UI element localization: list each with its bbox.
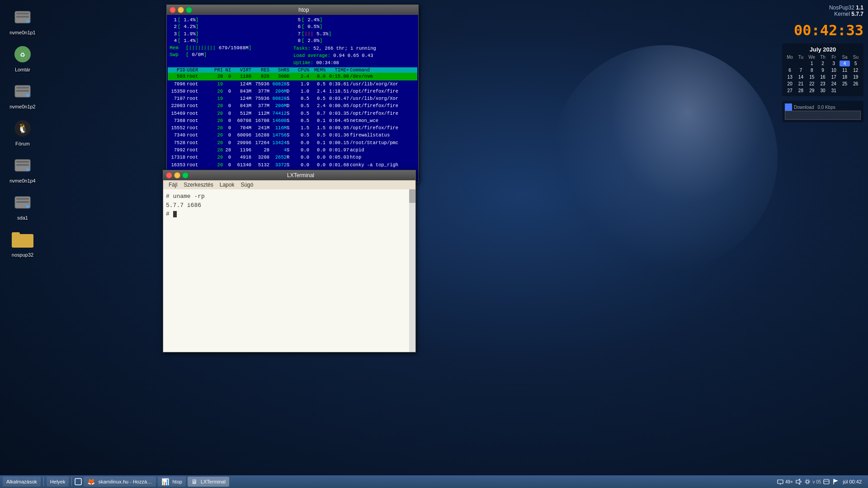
network-value: 0.0 Kbps [817,105,835,110]
cal-day[interactable]: 3 [829,61,839,66]
menu-szerkesztes[interactable]: Szerkesztés [181,181,216,188]
calendar-grid: Mo Tu We Th Fr Sa Su 1 2 3 4 5 6 7 8 9 1… [785,55,861,94]
htop-process-row[interactable]: 16353 root 20 0 61340 5132 3372 S 0.0 0.… [168,161,417,169]
taskbar-lxterminal[interactable]: 🖥 LXTerminal [188,477,229,487]
cal-day[interactable]: 6 [785,67,795,73]
htop-titlebar: htop [167,5,418,15]
cal-day[interactable]: 21 [796,81,806,87]
col-ni: NI [223,67,231,73]
desktop-icon-nvme0n1p2[interactable]: nvme0n1p2 [5,79,41,111]
desktop-icon-nvme0n1p1[interactable]: nvme0n1p1 [5,5,41,37]
htop-maximize-button[interactable] [186,7,192,13]
svg-text:🐧: 🐧 [17,123,28,134]
tray-settings-icon[interactable] [804,478,811,485]
desktop-icon-nospup32[interactable]: nospup32 [5,227,41,259]
tray-flag-icon[interactable] [832,478,839,485]
cal-day[interactable]: 10 [829,67,839,73]
lxterminal-title: LXTerminal [189,172,413,178]
cal-day[interactable]: 19 [851,74,861,80]
htop-title: htop [192,7,415,13]
htop-process-row[interactable]: 7340 root 20 0 60096 16288 14756 S 0.5 0… [168,131,417,139]
cal-day[interactable]: 31 [829,88,839,94]
cal-day[interactable]: 24 [829,81,839,87]
htop-process-row[interactable]: 17318 root 20 0 4916 3208 2652 R 0.0 0.0… [168,154,417,161]
htop-close-button[interactable] [170,7,176,13]
cal-day[interactable]: 25 [840,81,849,87]
cal-day[interactable]: 17 [829,74,839,80]
cal-day[interactable]: 7 [796,67,806,73]
cal-day[interactable]: 18 [840,74,849,80]
tray-notification-icon[interactable] [823,478,830,485]
desktop-icon-lomtar[interactable]: ♻ Lomtár [5,42,41,74]
desktop-icon-nvme0n1p4[interactable]: nvme0n1p4 [5,153,41,185]
cal-header-mo: Mo [785,55,795,60]
cal-day[interactable]: 11 [840,67,849,73]
cal-day-today[interactable]: 4 [840,61,849,66]
htop-process-row[interactable]: 7096 root 19 124M 75936 60828 S 1.9 0.5 … [168,80,417,88]
cal-day[interactable]: 22 [807,81,817,87]
tray-battery-icon[interactable]: 49+ [786,478,793,485]
taskbar-start-apps[interactable]: Alkalmazások [3,477,41,487]
htop-process-row[interactable]: 503 root 20 0 1180 828 360 D 2.4 0.0 0:1… [168,73,417,80]
htop-minimize-button[interactable] [178,7,184,13]
htop-process-row[interactable]: 15552 root 20 0 704M 241M 116M S 1.5 1.5… [168,124,417,131]
taskbar-places[interactable]: Helyek [47,477,69,487]
cal-day[interactable] [851,88,861,94]
scrollbar-thumb[interactable] [409,189,415,203]
icon-label-nvme0n1p1: nvme0n1p1 [9,30,36,35]
cal-day[interactable]: 12 [851,67,861,73]
htop-process-list: 503 root 20 0 1180 828 360 D 2.4 0.0 0:1… [168,73,417,176]
terminal-line-3: # [166,210,413,219]
taskbar-show-desktop[interactable] [74,477,83,486]
htop-process-row[interactable]: 22003 root 20 0 843M 377M 206M D 0.5 2.4… [168,102,417,109]
col-mem: MEM% [309,67,326,73]
cal-day[interactable] [796,61,806,66]
htop-process-row[interactable]: 7368 root 20 0 60708 16708 14600 S 0.5 0… [168,117,417,124]
lxterminal-maximize-button[interactable] [182,172,189,178]
htop-process-row[interactable]: 15350 root 20 0 843M 377M 206M D 1.0 2.4… [168,88,417,95]
lxterminal-close-button[interactable] [166,172,172,178]
col-virt: VIRT [231,67,251,73]
terminal-scrollbar[interactable] [409,189,415,352]
cal-day[interactable] [785,61,795,66]
svg-rect-18 [16,201,29,203]
tray-volume-level: v 05 [813,479,821,484]
cal-day[interactable]: 5 [851,61,861,66]
htop-process-row[interactable]: 7992 root 28 28 1196 28 4 S 0.0 0.0 0:01… [168,146,417,154]
cal-day[interactable]: 14 [796,74,806,80]
htop-cpu-section: 1[ 1.4%] 2[ 4.2%] 3[ 1.9%] 4[ 1.4%] Mem[… [168,16,417,67]
menu-lapok[interactable]: Lapok [217,181,237,188]
cal-day[interactable] [840,88,849,94]
taskbar-sep-2 [71,477,72,486]
cal-day[interactable]: 16 [818,74,828,80]
cal-day[interactable]: 28 [796,88,806,94]
cal-day[interactable]: 30 [818,88,828,94]
cal-day[interactable]: 13 [785,74,795,80]
desktop-icon-sda1[interactable]: sda1 [5,190,41,222]
tray-volume-icon[interactable] [795,478,802,485]
menu-fajl[interactable]: Fájl [166,181,180,188]
menu-sugo[interactable]: Súgó [238,181,256,188]
cal-day[interactable]: 2 [818,61,828,66]
cal-day[interactable]: 27 [785,88,795,94]
system-info: NosPup32 1.1 Kernel 5.7.7 [782,5,863,17]
cal-day[interactable]: 9 [818,67,828,73]
cal-day[interactable]: 29 [807,88,817,94]
taskbar-browser[interactable]: 🦊 skamilinux.hu - Hozzászó... [84,477,156,487]
cal-day[interactable]: 1 [807,61,817,66]
cal-day[interactable]: 23 [818,81,828,87]
cal-day[interactable]: 15 [807,74,817,80]
htop-process-row[interactable]: 15469 root 20 0 512M 112M 74412 S 0.5 0.… [168,110,417,117]
calendar-widget: July 2020 Mo Tu We Th Fr Sa Su 1 2 3 4 5… [782,43,863,96]
tray-network-icon[interactable] [777,478,784,485]
cal-day[interactable]: 8 [807,67,817,73]
cal-day[interactable]: 20 [785,81,795,87]
desktop-icon-forum[interactable]: 🐧 Fórum [5,116,41,148]
lxterminal-body[interactable]: # uname -rp 5.7.7 i686 # [163,189,415,352]
lxterminal-minimize-button[interactable] [174,172,180,178]
taskbar-htop[interactable]: 📊 htop [158,477,185,487]
icon-label-forum: Fórum [15,141,30,146]
cal-day[interactable]: 26 [851,81,861,87]
htop-process-row[interactable]: 7107 root 19 124M 75936 60828 S 0.5 0.5 … [168,95,417,102]
htop-process-row[interactable]: 7528 root 20 0 29996 17264 13424 S 0.0 0… [168,139,417,146]
